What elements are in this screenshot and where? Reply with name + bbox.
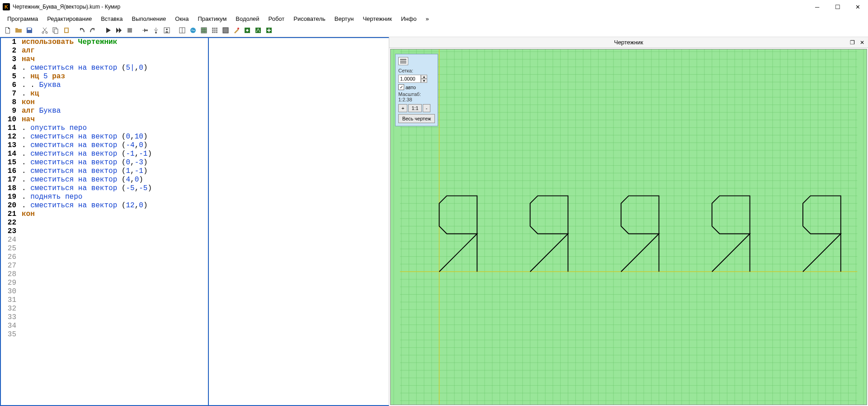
svg-rect-15 <box>201 28 207 33</box>
robot-icon[interactable] <box>199 25 209 35</box>
layout1-icon[interactable] <box>177 25 187 35</box>
menu-Инфо[interactable]: Инфо <box>397 14 420 23</box>
menu-»[interactable]: » <box>422 14 432 23</box>
svg-rect-0 <box>28 28 31 30</box>
minimize-button[interactable]: ─ <box>807 0 827 14</box>
spin-down-icon[interactable]: ▼ <box>421 79 427 83</box>
drawing-canvas <box>391 49 867 405</box>
menu-Выполнение[interactable]: Выполнение <box>128 14 170 23</box>
menu-Вертун[interactable]: Вертун <box>331 14 358 23</box>
undo-icon[interactable] <box>77 25 87 35</box>
spin-up-icon[interactable]: ▲ <box>421 75 427 79</box>
auto-checkbox[interactable]: ✓ <box>398 84 404 90</box>
menu-Вставка[interactable]: Вставка <box>97 14 126 23</box>
svg-rect-4 <box>54 29 58 33</box>
app-icon: K <box>3 3 10 10</box>
drawer-icon[interactable] <box>253 25 263 35</box>
svg-rect-17 <box>223 28 228 33</box>
menu-Водолей[interactable]: Водолей <box>232 14 263 23</box>
new-file-icon[interactable] <box>3 25 13 35</box>
open-file-icon[interactable] <box>14 25 24 35</box>
grid-spinner[interactable]: ▲▼ <box>398 75 427 83</box>
svg-rect-6 <box>65 29 68 32</box>
auto-label: авто <box>406 85 416 90</box>
svg-point-18 <box>237 28 239 29</box>
canvas-close-icon[interactable]: ✕ <box>858 38 866 47</box>
window-title: Чертежник_Буква_Я(векторы).kum - Кумир <box>13 4 807 10</box>
toolbar <box>0 24 868 37</box>
svg-rect-16 <box>212 28 217 33</box>
draw-icon[interactable] <box>221 25 231 35</box>
titlebar: K Чертежник_Буква_Я(векторы).kum - Кумир… <box>0 0 868 14</box>
step-icon[interactable] <box>140 25 150 35</box>
menu-Практикум[interactable]: Практикум <box>194 14 230 23</box>
editor-pane: 1234567891011121314151617181920212223242… <box>0 37 389 406</box>
save-icon[interactable] <box>24 25 34 35</box>
panel-menu-icon[interactable] <box>398 57 408 65</box>
actor-icon[interactable] <box>162 25 172 35</box>
menu-Робот[interactable]: Робот <box>265 14 288 23</box>
menu-Рисователь[interactable]: Рисователь <box>290 14 329 23</box>
canvas-maximize-icon[interactable]: ❐ <box>848 38 856 47</box>
grid-value-input[interactable] <box>398 75 421 83</box>
svg-point-9 <box>155 32 157 33</box>
vertun-icon[interactable] <box>242 25 252 35</box>
menubar: ПрограммаРедактированиеВставкаВыполнение… <box>0 14 868 24</box>
line-gutter: 1234567891011121314151617181920212223242… <box>1 38 20 405</box>
menu-Программа[interactable]: Программа <box>4 14 42 23</box>
scale-value: 1:2.38 <box>398 97 435 102</box>
full-view-button[interactable]: Весь чертеж <box>398 114 435 123</box>
grid-label: Сетка: <box>398 68 435 73</box>
paste-icon[interactable] <box>61 25 71 35</box>
vodolei-icon[interactable] <box>188 25 198 35</box>
canvas-pane: Чертежник ❐ ✕ Сетка: ▲▼ ✓ авто <box>389 37 868 406</box>
grid-icon[interactable] <box>210 25 220 35</box>
cut-icon[interactable] <box>40 25 50 35</box>
stop-icon[interactable] <box>125 25 135 35</box>
zoom-out-button[interactable]: - <box>423 104 431 112</box>
code-content[interactable]: использовать Чертежникалгнач. сместиться… <box>20 38 208 405</box>
run-icon[interactable] <box>103 25 113 35</box>
menu-Редактирование[interactable]: Редактирование <box>43 14 95 23</box>
zoom-11-button[interactable]: 1:1 <box>408 104 421 112</box>
control-panel: Сетка: ▲▼ ✓ авто Масштаб: 1:2.38 + 1:1 - <box>395 54 438 126</box>
svg-point-8 <box>146 29 148 31</box>
run-fast-icon[interactable] <box>114 25 124 35</box>
svg-rect-7 <box>127 28 132 33</box>
close-button[interactable]: ✕ <box>848 0 868 14</box>
code-editor[interactable]: 1234567891011121314151617181920212223242… <box>1 38 389 405</box>
canvas-area[interactable]: Сетка: ▲▼ ✓ авто Масштаб: 1:2.38 + 1:1 - <box>390 49 867 405</box>
svg-point-11 <box>166 29 168 30</box>
copy-icon[interactable] <box>51 25 61 35</box>
plus-icon[interactable] <box>264 25 274 35</box>
zoom-in-button[interactable]: + <box>398 104 407 112</box>
canvas-title-bar: Чертежник ❐ ✕ <box>389 37 868 48</box>
menu-Чертежник[interactable]: Чертежник <box>359 14 396 23</box>
step-into-icon[interactable] <box>151 25 161 35</box>
menu-Окна[interactable]: Окна <box>171 14 192 23</box>
canvas-title-text: Чертежник <box>614 39 643 46</box>
scale-label: Масштаб: <box>398 91 435 97</box>
maximize-button[interactable]: ☐ <box>827 0 848 14</box>
redo-icon[interactable] <box>88 25 98 35</box>
editor-right-pane <box>209 38 389 405</box>
paint-icon[interactable] <box>231 25 241 35</box>
